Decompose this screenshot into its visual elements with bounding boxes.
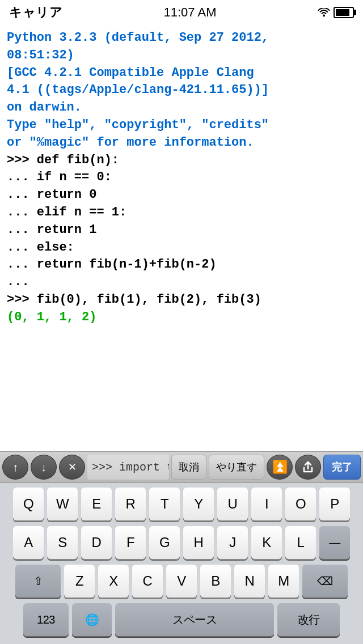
code-line-2: ... return 0 <box>7 187 356 204</box>
key-x[interactable]: X <box>98 565 129 598</box>
key-u[interactable]: U <box>217 488 248 520</box>
key-j[interactable]: J <box>217 526 248 559</box>
key-i[interactable]: I <box>251 488 282 520</box>
key-k[interactable]: K <box>251 526 282 559</box>
key-c[interactable]: C <box>132 565 163 598</box>
funnel-icon: ⏫ <box>272 460 288 474</box>
code-line-6: ... return fib(n-1)+fib(n-2) <box>7 256 356 274</box>
status-icons <box>318 7 354 18</box>
code-line-4: ... return 1 <box>7 222 356 239</box>
terminal-output: Python 3.2.3 (default, Sep 27 2012, 08:5… <box>0 25 363 451</box>
key-m[interactable]: M <box>268 565 299 598</box>
key-p[interactable]: P <box>319 488 350 520</box>
python-version-line2: 08:51:32) <box>7 47 356 65</box>
delete-icon: ⌫ <box>317 574 333 588</box>
code-line-0: >>> def fib(n): <box>7 152 356 170</box>
numbers-key[interactable]: 123 <box>23 603 69 636</box>
key-dash[interactable]: — <box>319 526 350 559</box>
keyboard: Q W E R T Y U I O P A S D F G H J K L — … <box>0 483 363 644</box>
return-key[interactable]: 改行 <box>277 603 340 636</box>
gcc-line3: on darwin. <box>7 99 356 117</box>
close-button[interactable]: ✕ <box>59 455 85 480</box>
carrier-label: キャリア <box>9 4 62 21</box>
key-q[interactable]: Q <box>13 488 44 520</box>
code-line-3: ... elif n == 1: <box>7 204 356 222</box>
key-v[interactable]: V <box>166 565 197 598</box>
space-key[interactable]: スペース <box>115 603 274 636</box>
gcc-line2: 4.1 ((tags/Apple/clang-421.11.65))] <box>7 82 356 99</box>
share-icon <box>302 461 314 473</box>
key-l[interactable]: L <box>285 526 316 559</box>
keyboard-row-4: 123 🌐 スペース 改行 <box>2 603 361 636</box>
python-version-line1: Python 3.2.3 (default, Sep 27 2012, <box>7 29 356 47</box>
result-line: (0, 1, 1, 2) <box>7 309 356 327</box>
key-g[interactable]: G <box>149 526 180 559</box>
shift-key[interactable]: ⇧ <box>15 565 61 598</box>
up-arrow-icon: ↑ <box>12 461 18 474</box>
key-n[interactable]: N <box>234 565 265 598</box>
key-f[interactable]: F <box>115 526 146 559</box>
gcc-line1: [GCC 4.2.1 Compatible Apple Clang <box>7 65 356 82</box>
key-t[interactable]: T <box>149 488 180 520</box>
keyboard-row-2: A S D F G H J K L — <box>2 526 361 559</box>
key-d[interactable]: D <box>81 526 112 559</box>
svg-point-0 <box>323 15 325 17</box>
command-input[interactable]: >>> import this <box>87 455 169 480</box>
delete-key[interactable]: ⌫ <box>302 565 348 598</box>
toolbar: ↑ ↓ ✕ >>> import this 取消 やり直す ⏫ 完了 <box>0 451 363 483</box>
redo-button[interactable]: やり直す <box>209 455 264 480</box>
share-button[interactable] <box>295 455 321 480</box>
key-y[interactable]: Y <box>183 488 214 520</box>
keyboard-row-3: ⇧ Z X C V B N M ⌫ <box>2 565 361 598</box>
info-line: or "%magic" for more information. <box>7 134 356 152</box>
help-line: Type "help", "copyright", "credits" <box>7 117 356 134</box>
keyboard-row-1: Q W E R T Y U I O P <box>2 488 361 520</box>
scroll-up-button[interactable]: ↑ <box>2 455 28 480</box>
time-label: 11:07 AM <box>164 5 217 20</box>
wifi-icon <box>318 8 330 17</box>
globe-key[interactable]: 🌐 <box>72 603 112 636</box>
prompt-display: >>> <box>92 461 112 474</box>
key-a[interactable]: A <box>13 526 44 559</box>
cancel-button[interactable]: 取消 <box>171 455 206 480</box>
battery-icon <box>334 7 354 18</box>
key-z[interactable]: Z <box>64 565 95 598</box>
key-b[interactable]: B <box>200 565 231 598</box>
code-line-7: ... <box>7 274 356 291</box>
funnel-button[interactable]: ⏫ <box>267 455 293 480</box>
scroll-down-button[interactable]: ↓ <box>31 455 57 480</box>
done-button[interactable]: 完了 <box>323 455 361 480</box>
key-r[interactable]: R <box>115 488 146 520</box>
key-e[interactable]: E <box>81 488 112 520</box>
down-arrow-icon: ↓ <box>41 461 47 474</box>
key-o[interactable]: O <box>285 488 316 520</box>
close-icon: ✕ <box>68 461 77 473</box>
shift-icon: ⇧ <box>33 574 43 588</box>
code-line-1: ... if n == 0: <box>7 169 356 187</box>
key-h[interactable]: H <box>183 526 214 559</box>
key-s[interactable]: S <box>47 526 78 559</box>
status-bar: キャリア 11:07 AM <box>0 0 363 25</box>
input-text-display: import this <box>119 461 169 474</box>
key-w[interactable]: W <box>47 488 78 520</box>
code-line-5: ... else: <box>7 239 356 257</box>
globe-icon: 🌐 <box>85 613 99 626</box>
code-line-8: >>> fib(0), fib(1), fib(2), fib(3) <box>7 291 356 309</box>
